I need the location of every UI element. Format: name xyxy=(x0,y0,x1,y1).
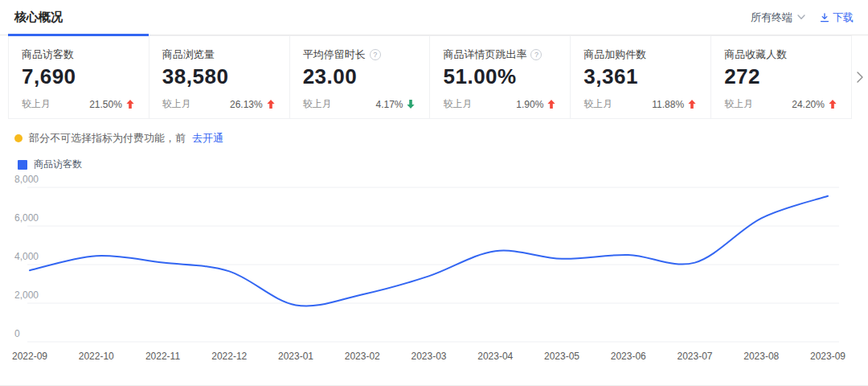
terminal-filter-dropdown[interactable]: 所有终端 xyxy=(751,10,805,25)
change-percent: 11.88% xyxy=(652,99,684,110)
trend-arrow-icon xyxy=(126,100,134,109)
y-axis-tick-label: 6,000 xyxy=(14,212,39,224)
y-axis-tick-label: 4,000 xyxy=(14,251,39,262)
kpi-value: 7,690 xyxy=(22,64,136,89)
y-axis-tick-label: 8,000 xyxy=(14,174,39,185)
legend-swatch-icon xyxy=(18,160,27,170)
visitors-trend-line xyxy=(30,196,828,306)
compare-label: 较上月 xyxy=(583,97,612,111)
activate-link[interactable]: 去开通 xyxy=(192,131,223,146)
x-axis-tick-label: 2023-01 xyxy=(278,351,313,362)
panel-header: 核心概况 所有终端 下载 xyxy=(0,0,868,35)
chevron-right-icon xyxy=(857,72,863,83)
header-actions: 所有终端 下载 xyxy=(751,10,854,25)
kpi-card-avg-stay-duration[interactable]: 平均停留时长 ? 23.00 较上月 4.17% xyxy=(289,35,431,119)
kpi-card-add-to-cart[interactable]: 商品加购件数 3,361 较上月 11.88% xyxy=(570,35,711,119)
x-axis-tick-label: 2023-07 xyxy=(677,351,712,362)
x-axis-tick-label: 2023-08 xyxy=(743,351,779,362)
kpi-label: 商品访客数 xyxy=(22,47,74,62)
kpi-label: 商品加购件数 xyxy=(583,47,646,62)
compare-label: 较上月 xyxy=(724,97,753,111)
trend-arrow-icon xyxy=(267,100,275,109)
kpi-value: 23.00 xyxy=(303,64,417,89)
trend-arrow-icon xyxy=(688,100,696,109)
change-percent: 21.50% xyxy=(89,99,122,110)
kpi-label: 平均停留时长 xyxy=(303,47,366,62)
kpi-card-visitors[interactable]: 商品访客数 7,690 较上月 21.50% xyxy=(8,35,149,119)
visitors-trend-chart[interactable]: 02,0004,0006,0008,0002022-092022-102022-… xyxy=(0,174,868,380)
kpi-card-favorites[interactable]: 商品收藏人数 272 较上月 24.20% xyxy=(710,35,852,119)
y-axis-tick-label: 0 xyxy=(14,328,20,339)
compare-label: 较上月 xyxy=(303,97,332,111)
trend-arrow-icon xyxy=(829,100,837,109)
download-label: 下载 xyxy=(833,10,854,25)
kpi-value: 51.00% xyxy=(443,64,557,89)
y-axis-tick-label: 2,000 xyxy=(14,290,39,301)
trend-chart-svg: 02,0004,0006,0008,0002022-092022-102022-… xyxy=(0,174,868,376)
trend-arrow-icon xyxy=(547,100,555,109)
kpi-value: 3,361 xyxy=(583,64,698,89)
next-cards-button[interactable] xyxy=(852,35,868,119)
x-axis-tick-label: 2022-12 xyxy=(211,351,247,362)
core-overview-panel: 核心概况 所有终端 下载 商品访客数 7,690 较上月 21.50% xyxy=(0,0,868,386)
help-icon[interactable]: ? xyxy=(530,49,542,60)
chart-legend[interactable]: 商品访客数 xyxy=(18,158,868,171)
help-icon[interactable]: ? xyxy=(370,49,381,60)
active-tab-indicator xyxy=(8,34,149,36)
x-axis-tick-label: 2022-10 xyxy=(79,351,114,362)
change-percent: 26.13% xyxy=(230,99,263,110)
kpi-section: 商品访客数 7,690 较上月 21.50% 商品浏览量 38,580 较上月 … xyxy=(0,35,868,119)
legend-label: 商品访客数 xyxy=(34,158,82,171)
page-title: 核心概况 xyxy=(14,10,63,25)
compare-label: 较上月 xyxy=(162,97,191,111)
x-axis-tick-label: 2023-09 xyxy=(810,351,845,362)
x-axis-tick-label: 2022-11 xyxy=(145,351,180,362)
kpi-value: 38,580 xyxy=(162,64,276,89)
download-icon xyxy=(820,13,829,23)
kpi-card-pageviews[interactable]: 商品浏览量 38,580 较上月 26.13% xyxy=(149,35,290,119)
kpi-label: 商品详情页跳出率 xyxy=(443,47,526,62)
kpi-value: 272 xyxy=(724,64,838,89)
trend-arrow-icon xyxy=(407,100,415,109)
compare-label: 较上月 xyxy=(443,97,472,111)
tab-core-overview[interactable]: 核心概况 xyxy=(0,0,149,35)
kpi-label: 商品收藏人数 xyxy=(724,47,787,62)
chevron-down-icon xyxy=(797,14,805,20)
x-axis-tick-label: 2023-05 xyxy=(544,351,579,362)
terminal-filter-label: 所有终端 xyxy=(751,10,792,25)
compare-label: 较上月 xyxy=(22,97,51,111)
x-axis-tick-label: 2023-02 xyxy=(345,351,380,362)
x-axis-tick-label: 2023-03 xyxy=(411,351,446,362)
paid-feature-notice: 部分不可选择指标为付费功能，前去开通 xyxy=(14,131,868,146)
x-axis-tick-label: 2023-06 xyxy=(611,351,646,362)
kpi-card-bounce-rate[interactable]: 商品详情页跳出率 ? 51.00% 较上月 1.90% xyxy=(429,35,571,119)
x-axis-tick-label: 2023-04 xyxy=(477,351,513,362)
kpi-card-row: 商品访客数 7,690 较上月 21.50% 商品浏览量 38,580 较上月 … xyxy=(8,35,852,119)
yellow-dot-icon xyxy=(14,134,23,142)
change-percent: 1.90% xyxy=(516,99,543,110)
change-percent: 24.20% xyxy=(792,99,825,110)
notice-text: 部分不可选择指标为付费功能，前 xyxy=(29,131,186,146)
download-button[interactable]: 下载 xyxy=(820,10,854,25)
x-axis-tick-label: 2022-09 xyxy=(12,351,47,362)
change-percent: 4.17% xyxy=(375,99,403,110)
kpi-label: 商品浏览量 xyxy=(162,47,215,62)
